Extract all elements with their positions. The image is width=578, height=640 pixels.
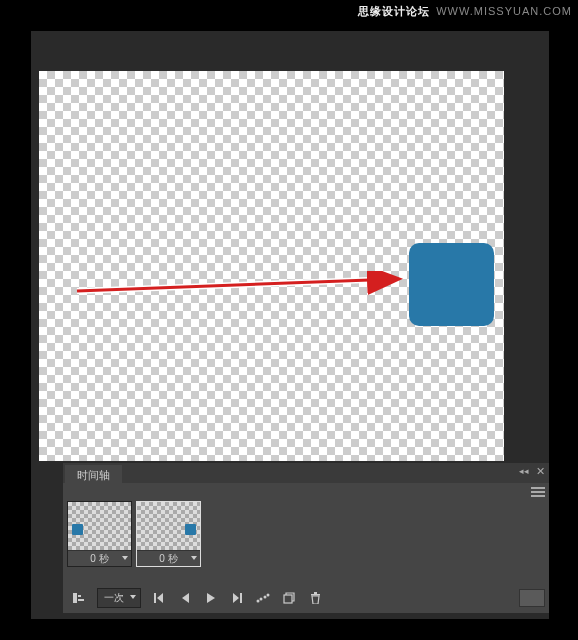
thumb-shape (72, 524, 83, 535)
thumb-shape (185, 524, 196, 535)
svg-rect-11 (284, 595, 292, 603)
tween-icon (256, 593, 270, 603)
frame-thumbnail (68, 502, 131, 550)
convert-timeline-button[interactable] (67, 588, 91, 608)
frame-1[interactable]: 1 0 秒 (67, 501, 132, 567)
watermark: 思缘设计论坛WWW.MISSYUAN.COM (358, 4, 572, 19)
frame-delay-select[interactable]: 0 秒 (68, 550, 131, 566)
document-canvas[interactable] (39, 71, 504, 461)
svg-rect-12 (311, 594, 320, 596)
play-icon (206, 592, 216, 604)
collapse-icon[interactable]: ◂◂ (519, 466, 529, 476)
svg-rect-4 (78, 599, 84, 601)
svg-point-10 (267, 594, 270, 597)
delete-frame-button[interactable] (303, 588, 327, 608)
timeline-panel: 时间轴 ◂◂ ✕ 1 0 秒 2 (63, 463, 549, 613)
frame-delay-select[interactable]: 0 秒 (137, 550, 200, 566)
svg-rect-5 (154, 593, 156, 603)
duplicate-frame-button[interactable] (277, 588, 301, 608)
delete-frame-icon (310, 592, 321, 604)
svg-rect-13 (314, 592, 317, 594)
annotation-arrow (75, 271, 415, 301)
close-icon[interactable]: ✕ (536, 465, 545, 478)
loop-mode-select[interactable]: 一次 (97, 588, 141, 608)
shape-rounded-square[interactable] (409, 243, 494, 326)
frame-thumbnail (137, 502, 200, 550)
play-button[interactable] (199, 588, 223, 608)
first-frame-icon (153, 592, 165, 604)
scrollbar-stub[interactable] (519, 589, 545, 607)
prev-frame-icon (180, 592, 190, 604)
next-frame-icon (231, 592, 243, 604)
panel-menu-icon[interactable] (531, 487, 545, 499)
svg-point-9 (264, 596, 267, 599)
first-frame-button[interactable] (147, 588, 171, 608)
next-frame-button[interactable] (225, 588, 249, 608)
svg-rect-3 (78, 595, 81, 597)
chevron-down-icon (130, 595, 136, 599)
tab-timeline[interactable]: 时间轴 (65, 465, 122, 487)
app-window: 时间轴 ◂◂ ✕ 1 0 秒 2 (30, 30, 550, 620)
frame-2[interactable]: 2 0 秒 (136, 501, 201, 567)
svg-point-7 (257, 600, 260, 603)
prev-frame-button[interactable] (173, 588, 197, 608)
duplicate-frame-icon (283, 592, 295, 604)
svg-rect-2 (73, 593, 77, 603)
chevron-down-icon (191, 556, 197, 560)
svg-point-8 (260, 598, 263, 601)
frames-strip: 1 0 秒 2 0 秒 (67, 501, 201, 567)
tween-button[interactable] (251, 588, 275, 608)
panel-tabs: 时间轴 ◂◂ ✕ (63, 463, 549, 483)
convert-timeline-icon (72, 592, 86, 604)
svg-line-1 (77, 279, 397, 291)
svg-rect-6 (240, 593, 242, 603)
timeline-controls: 一次 (67, 587, 545, 609)
chevron-down-icon (122, 556, 128, 560)
